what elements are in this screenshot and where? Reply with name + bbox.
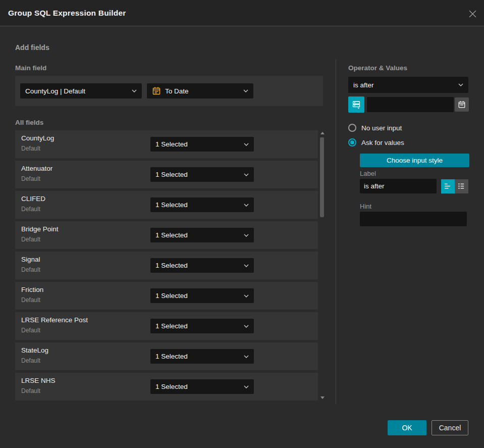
field-name: LRSE Reference Post — [21, 316, 88, 324]
set-from-values-button[interactable] — [348, 96, 364, 113]
field-selected-value: 1 Selected — [155, 383, 241, 390]
field-selected-value: 1 Selected — [155, 140, 241, 148]
cancel-button[interactable]: Cancel — [432, 420, 468, 435]
group-sql-expression-builder-dialog: Group SQL Expression Builder Add fields … — [0, 0, 484, 448]
chevron-down-icon — [244, 204, 249, 207]
field-subtitle: Default — [21, 175, 40, 182]
field-selected-dropdown[interactable]: 1 Selected — [150, 197, 254, 212]
hint-input[interactable] — [360, 212, 467, 226]
field-selected-dropdown[interactable]: 1 Selected — [150, 137, 254, 152]
field-selected-dropdown[interactable]: 1 Selected — [150, 228, 254, 242]
operator-values-heading: Operator & Values — [348, 64, 407, 72]
calendar-icon — [152, 86, 161, 95]
field-row: Friction Default 1 Selected — [15, 282, 318, 310]
field-selected-dropdown[interactable]: 1 Selected — [150, 167, 254, 182]
operator-dropdown[interactable]: is after — [348, 77, 468, 93]
date-picker-button[interactable] — [455, 97, 469, 112]
field-row: LRSE Reference Post Default 1 Selected — [15, 312, 318, 340]
field-selected-value: 1 Selected — [155, 262, 241, 269]
radio-ask-for-values[interactable]: Ask for values — [348, 138, 404, 146]
chevron-down-icon — [244, 264, 249, 267]
stacked-rows-icon — [352, 100, 361, 109]
field-row: Bridge Point Default 1 Selected — [15, 221, 318, 249]
chevron-down-icon — [244, 143, 249, 146]
field-subtitle: Default — [21, 327, 40, 334]
field-subtitle: Default — [21, 236, 40, 243]
field-selected-value: 1 Selected — [155, 171, 241, 178]
bullet-list-icon — [458, 183, 465, 189]
text-input-style-button[interactable] — [441, 179, 455, 193]
chevron-down-icon — [244, 325, 249, 328]
main-field-heading: Main field — [15, 64, 46, 72]
close-icon — [468, 10, 477, 18]
field-selected-dropdown[interactable]: 1 Selected — [150, 288, 254, 303]
radio-unselected-icon — [348, 124, 356, 132]
main-field-date-dropdown[interactable]: To Date — [147, 83, 253, 98]
field-subtitle: Default — [21, 357, 40, 364]
date-value-input[interactable] — [367, 97, 454, 112]
label-style-toggle-group — [441, 179, 468, 193]
chevron-down-icon — [132, 89, 137, 92]
field-row: LRSE NHS Default 1 Selected — [15, 373, 318, 401]
radio-ask-for-values-label: Ask for values — [361, 139, 404, 146]
field-subtitle: Default — [21, 266, 40, 273]
field-name: CLIFED — [21, 195, 45, 203]
main-field-date-dropdown-value: To Date — [165, 87, 240, 95]
main-field-dropdown-value: CountyLog | Default — [25, 87, 129, 95]
scrollbar-thumb[interactable] — [320, 137, 324, 217]
chevron-down-icon — [458, 83, 463, 86]
field-selected-value: 1 Selected — [155, 201, 241, 209]
field-name: Friction — [21, 286, 43, 293]
close-button[interactable] — [467, 8, 478, 19]
field-subtitle: Default — [21, 145, 40, 152]
label-input-row — [360, 179, 469, 193]
field-selected-value: 1 Selected — [155, 292, 241, 300]
radio-no-user-input[interactable]: No user input — [348, 124, 402, 132]
dialog-titlebar: Group SQL Expression Builder — [0, 0, 484, 26]
dialog-title: Group SQL Expression Builder — [8, 9, 126, 18]
chevron-down-icon — [244, 234, 249, 237]
scroll-down-icon[interactable] — [320, 396, 325, 399]
field-selected-value: 1 Selected — [155, 231, 241, 239]
hint-caption: Hint — [360, 203, 371, 210]
field-row: CLIFED Default 1 Selected — [15, 191, 318, 219]
chevron-down-icon — [244, 294, 249, 297]
field-name: Attenuator — [21, 165, 52, 172]
field-row: Signal Default 1 Selected — [15, 252, 318, 279]
align-left-icon — [444, 183, 452, 189]
main-field-panel: CountyLog | Default To Date — [15, 76, 323, 106]
radio-no-user-input-label: No user input — [361, 124, 402, 132]
field-subtitle: Default — [21, 387, 40, 394]
list-input-style-button[interactable] — [455, 179, 468, 193]
field-selected-value: 1 Selected — [155, 353, 241, 360]
field-subtitle: Default — [21, 206, 40, 213]
label-input[interactable] — [360, 179, 437, 193]
choose-input-style-button[interactable]: Choose input style — [360, 154, 469, 167]
field-selected-dropdown[interactable]: 1 Selected — [150, 258, 254, 273]
chevron-down-icon — [244, 385, 249, 388]
field-name: Signal — [21, 256, 40, 263]
chevron-down-icon — [243, 89, 248, 92]
field-name: StateLog — [21, 346, 48, 354]
field-selected-dropdown[interactable]: 1 Selected — [150, 379, 254, 394]
operator-dropdown-value: is after — [353, 81, 455, 89]
scroll-up-icon[interactable] — [320, 132, 325, 134]
label-caption: Label — [360, 170, 376, 177]
all-fields-list: CountyLog Default 1 Selected Attenuator … — [15, 130, 318, 403]
fields-list-scrollbar[interactable] — [319, 130, 326, 401]
field-subtitle: Default — [21, 296, 40, 304]
panel-divider — [336, 60, 336, 404]
field-row: CountyLog Default 1 Selected — [15, 130, 318, 158]
field-name: CountyLog — [21, 134, 54, 142]
field-selected-dropdown[interactable]: 1 Selected — [150, 349, 254, 364]
field-selected-dropdown[interactable]: 1 Selected — [150, 319, 254, 333]
ok-button[interactable]: OK — [388, 420, 426, 435]
value-input-row — [348, 96, 468, 113]
main-field-dropdown[interactable]: CountyLog | Default — [20, 83, 142, 98]
field-row: Attenuator Default 1 Selected — [15, 161, 318, 188]
chevron-down-icon — [244, 355, 249, 358]
calendar-icon — [458, 101, 466, 109]
all-fields-heading: All fields — [15, 119, 43, 126]
chevron-down-icon — [244, 173, 249, 176]
field-name: Bridge Point — [21, 225, 59, 233]
